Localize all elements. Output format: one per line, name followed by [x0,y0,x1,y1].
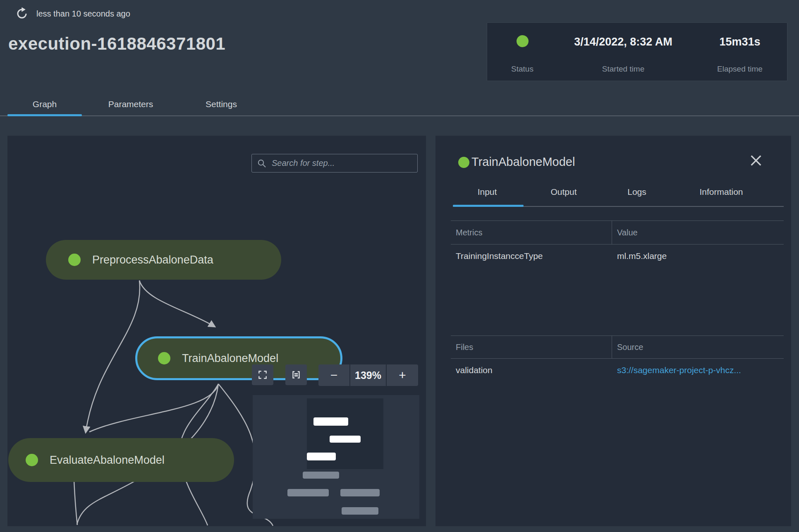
files-table-header-border [451,358,784,359]
elapsed-time-label: Elapsed time [699,64,781,74]
refresh-icon[interactable] [16,7,28,20]
node-status-dot [158,352,170,364]
tab-information[interactable]: Information [688,187,754,197]
metrics-column-header: Metrics [456,228,482,237]
files-column-header: Files [456,343,473,352]
tab-parameters[interactable]: Parameters [98,99,164,109]
minimap-node [303,472,339,479]
metrics-table-header-border [451,244,784,244]
tab-settings[interactable]: Settings [192,99,250,109]
pipeline-execution-page: less than 10 seconds ago execution-16188… [0,0,799,532]
source-column-header: Source [617,343,643,352]
execution-status-dot [517,35,529,47]
search-input[interactable] [271,158,412,168]
step-status-dot [458,157,469,168]
metrics-table-column-divider [612,220,612,244]
files-table-top-border [451,335,784,336]
file-name-cell: validation [456,365,493,375]
step-search-box [251,154,418,173]
tab-logs[interactable]: Logs [616,187,658,197]
graph-minimap[interactable] [253,395,419,519]
minimap-node [313,417,348,426]
tab-output[interactable]: Output [539,187,588,197]
execution-summary-box: Status 3/14/2022, 8:32 AM Started time 1… [487,22,787,81]
pipeline-graph-panel[interactable]: PreprocessAbaloneData TrainAbaloneModel … [7,136,426,526]
edge-preprocess-to-train [139,280,215,327]
zoom-level-display: 139% [350,364,386,386]
node-label: PreprocessAbaloneData [92,254,213,266]
files-table-column-divider [612,335,612,358]
metric-name-cell: TrainingInstancceType [456,251,543,261]
value-column-header: Value [617,228,638,237]
zoom-out-button[interactable]: − [318,364,349,386]
status-label: Status [498,64,547,74]
fit-view-button[interactable] [252,364,273,385]
started-time-label: Started time [582,64,665,74]
zoom-in-button[interactable]: + [387,364,418,386]
fit-view-icon [257,369,268,380]
focus-selection-button[interactable] [285,364,307,385]
tab-graph[interactable]: Graph [20,99,69,109]
edge-train-to-evaluate [89,384,218,432]
refresh-row: less than 10 seconds ago [16,7,130,20]
started-time-value: 3/14/2022, 8:32 AM [541,34,706,49]
tabs-divider [0,115,799,116]
edge-preprocess-to-evaluate [86,280,140,433]
close-icon [749,153,763,168]
node-status-dot [26,454,38,466]
plus-icon: + [399,368,406,382]
minimap-node [307,453,336,460]
active-tab-indicator [7,114,82,116]
metrics-table-top-border [451,220,784,221]
node-preprocess-abalone-data[interactable]: PreprocessAbaloneData [46,240,281,280]
minimap-node [287,489,329,496]
focus-selection-icon [291,369,301,380]
metric-value-cell: ml.m5.xlarge [617,251,667,261]
last-refreshed-text: less than 10 seconds ago [36,9,130,19]
tab-input[interactable]: Input [466,187,508,197]
minus-icon: − [330,368,338,382]
step-details-panel: TrainAbaloneModel Input Output Logs Info… [435,136,791,526]
elapsed-time-value: 15m31s [688,34,792,49]
detail-active-tab-indicator [453,205,524,207]
minimap-node [330,436,361,443]
file-source-link[interactable]: s3://sagemaker-project-p-vhcz... [617,365,741,375]
node-train-abalone-model[interactable]: TrainAbaloneModel [135,336,342,380]
node-evaluate-abalone-model[interactable]: EvaluateAbaloneModel [8,438,234,482]
search-icon [257,158,267,168]
edge-evaluate-down [74,481,77,525]
step-details-title: TrainAbaloneModel [471,155,575,169]
page-title: execution-1618846371801 [8,34,225,54]
minimap-node [342,507,378,515]
node-status-dot [68,254,81,266]
node-label: TrainAbaloneModel [182,352,278,365]
node-label: EvaluateAbaloneModel [50,454,165,467]
minimap-node [340,489,380,496]
close-button[interactable] [747,151,765,170]
